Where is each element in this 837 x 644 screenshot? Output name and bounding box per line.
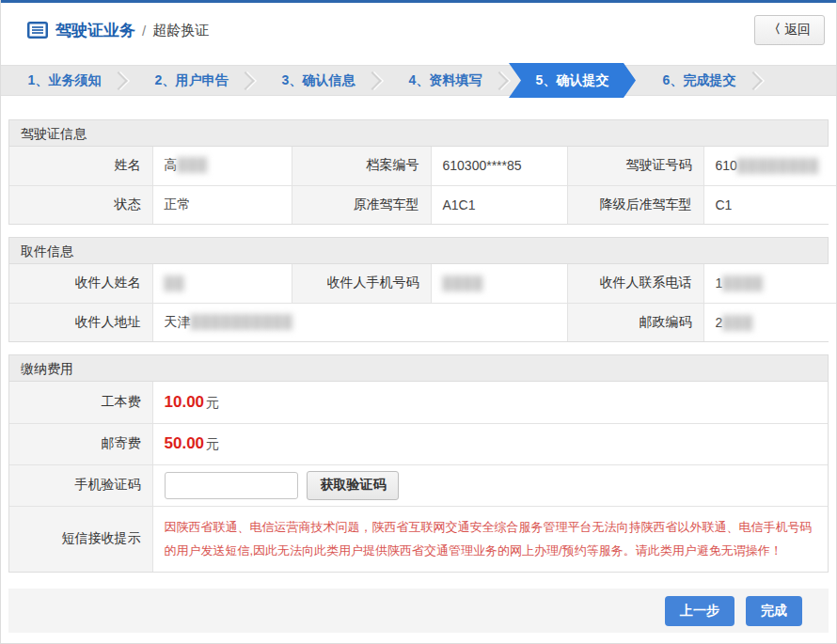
table-row: 短信接收提示 因陕西省联通、电信运营商技术问题，陕西省互联网交通安全综合服务管理… bbox=[9, 506, 828, 572]
redacted-text: ███ bbox=[178, 157, 209, 172]
step-4-fill-materials[interactable]: 4、资料填写 bbox=[382, 66, 509, 95]
recipient-mobile-label: 收件人手机号码 bbox=[292, 264, 431, 303]
stepbar-filler bbox=[763, 66, 836, 95]
footer-action-bar: 上一步 完成 bbox=[8, 589, 829, 633]
license-section-title: 驾驶证信息 bbox=[9, 120, 828, 147]
postage-fee-label: 邮寄费 bbox=[9, 423, 152, 464]
table-row: 手机验证码 获取验证码 bbox=[9, 464, 828, 506]
license-card-icon bbox=[27, 22, 48, 39]
license-number-value: 610████████ bbox=[703, 147, 837, 185]
sms-code-label: 手机验证码 bbox=[9, 464, 152, 506]
sms-notice-text: 因陕西省联通、电信运营商技术问题，陕西省互联网交通安全综合服务管理平台无法向持陕… bbox=[165, 510, 817, 569]
redacted-text: ██████████ bbox=[191, 314, 293, 329]
license-info-table: 姓名 高███ 档案编号 610300****85 驾驶证号码 610█████… bbox=[9, 147, 837, 224]
postage-fee-unit: 元 bbox=[206, 436, 219, 451]
table-row: 收件人地址 天津██████████ 邮政编码 2███ bbox=[9, 303, 837, 341]
back-arrow-icon: 〈 bbox=[768, 21, 781, 38]
sms-code-cell: 获取验证码 bbox=[152, 464, 828, 506]
step-label: 2、用户申告 bbox=[155, 72, 229, 89]
original-class-value: A1C1 bbox=[431, 185, 567, 224]
fees-section: 缴纳费用 工本费 10.00元 邮寄费 50.00元 手机验证码 获取验证码 bbox=[8, 354, 829, 573]
step-2-user-declaration[interactable]: 2、用户申告 bbox=[128, 66, 255, 95]
recipient-tel-value: 1████ bbox=[703, 264, 837, 303]
step-3-confirm-info[interactable]: 3、确认信息 bbox=[255, 66, 382, 95]
recipient-name-label: 收件人姓名 bbox=[9, 264, 152, 303]
recipient-name-value: ██ bbox=[152, 264, 292, 303]
page-title: 驾驶证业务 bbox=[55, 20, 135, 41]
name-label: 姓名 bbox=[9, 147, 152, 185]
license-number-label: 驾驶证号码 bbox=[567, 147, 703, 185]
recipient-address-label: 收件人地址 bbox=[9, 303, 152, 341]
recipient-tel-label: 收件人联系电话 bbox=[567, 264, 703, 303]
header: 驾驶证业务 / 超龄换证 〈 返回 bbox=[1, 3, 836, 56]
work-fee-unit: 元 bbox=[206, 395, 219, 410]
downgraded-class-label: 降级后准驾车型 bbox=[567, 185, 703, 224]
recipient-mobile-value: ████ bbox=[431, 264, 567, 303]
work-fee-amount: 10.00 bbox=[165, 393, 205, 411]
name-value: 高███ bbox=[152, 147, 292, 185]
redacted-text: ███ bbox=[722, 315, 753, 330]
license-info-section: 驾驶证信息 姓名 高███ 档案编号 610300****85 驾驶证号码 61… bbox=[8, 119, 829, 225]
step-label: 1、业务须知 bbox=[28, 72, 102, 89]
back-button[interactable]: 〈 返回 bbox=[754, 15, 825, 45]
back-button-label: 返回 bbox=[784, 22, 811, 39]
postage-fee-amount: 50.00 bbox=[165, 434, 205, 452]
step-label: 4、资料填写 bbox=[409, 72, 482, 89]
breadcrumb-current: 超龄换证 bbox=[152, 22, 209, 39]
table-row: 收件人姓名 ██ 收件人手机号码 ████ 收件人联系电话 1████ bbox=[9, 264, 837, 303]
step-1-business-notice[interactable]: 1、业务须知 bbox=[1, 66, 128, 95]
table-row: 姓名 高███ 档案编号 610300****85 驾驶证号码 610█████… bbox=[9, 147, 837, 185]
redacted-text: ████ bbox=[443, 275, 484, 291]
postal-code-label: 邮政编码 bbox=[567, 303, 703, 341]
main-content: 驾驶证信息 姓名 高███ 档案编号 610300****85 驾驶证号码 61… bbox=[1, 96, 836, 573]
sms-notice-label: 短信接收提示 bbox=[9, 506, 152, 572]
pickup-info-table: 收件人姓名 ██ 收件人手机号码 ████ 收件人联系电话 1████ 收件人地… bbox=[9, 264, 837, 341]
step-label: 5、确认提交 bbox=[536, 72, 609, 89]
file-number-value: 610300****85 bbox=[431, 147, 567, 185]
postal-code-value: 2███ bbox=[703, 303, 837, 341]
pickup-section-title: 取件信息 bbox=[9, 238, 828, 264]
postage-fee-value: 50.00元 bbox=[152, 423, 828, 464]
sms-notice-cell: 因陕西省联通、电信运营商技术问题，陕西省互联网交通安全综合服务管理平台无法向持陕… bbox=[152, 506, 828, 572]
page: 驾驶证业务 / 超龄换证 〈 返回 1、业务须知 2、用户申告 3、确认信息 4… bbox=[0, 0, 837, 644]
table-row: 邮寄费 50.00元 bbox=[9, 423, 828, 464]
redacted-text: ████ bbox=[722, 275, 764, 291]
sms-code-input[interactable] bbox=[165, 472, 298, 499]
step-label: 6、完成提交 bbox=[663, 72, 736, 89]
get-sms-code-button[interactable]: 获取验证码 bbox=[307, 471, 399, 500]
pickup-info-section: 取件信息 收件人姓名 ██ 收件人手机号码 ████ 收件人联系电话 1████… bbox=[8, 237, 829, 342]
status-label: 状态 bbox=[9, 185, 152, 224]
redacted-text: ██ bbox=[165, 275, 185, 291]
breadcrumb-separator: / bbox=[142, 23, 146, 39]
fees-table: 工本费 10.00元 邮寄费 50.00元 手机验证码 获取验证码 短信接收提示 bbox=[9, 382, 828, 572]
step-6-complete-submit[interactable]: 6、完成提交 bbox=[636, 66, 763, 95]
work-fee-value: 10.00元 bbox=[152, 382, 828, 423]
redacted-text: ████████ bbox=[737, 158, 819, 173]
status-value: 正常 bbox=[152, 185, 292, 224]
table-row: 工本费 10.00元 bbox=[9, 382, 828, 423]
step-5-confirm-submit-active[interactable]: 5、确认提交 bbox=[509, 63, 636, 98]
breadcrumb: 驾驶证业务 / 超龄换证 bbox=[27, 20, 209, 41]
table-row: 状态 正常 原准驾车型 A1C1 降级后准驾车型 C1 bbox=[9, 185, 837, 224]
step-label: 3、确认信息 bbox=[282, 72, 355, 89]
recipient-address-value: 天津██████████ bbox=[152, 303, 567, 341]
finish-button[interactable]: 完成 bbox=[746, 596, 802, 626]
work-fee-label: 工本费 bbox=[9, 382, 152, 423]
fees-section-title: 缴纳费用 bbox=[9, 355, 828, 382]
original-class-label: 原准驾车型 bbox=[292, 185, 431, 224]
step-progress-bar: 1、业务须知 2、用户申告 3、确认信息 4、资料填写 5、确认提交 6、完成提… bbox=[1, 65, 836, 96]
downgraded-class-value: C1 bbox=[703, 185, 837, 224]
previous-step-button[interactable]: 上一步 bbox=[665, 596, 734, 626]
file-number-label: 档案编号 bbox=[292, 147, 431, 185]
